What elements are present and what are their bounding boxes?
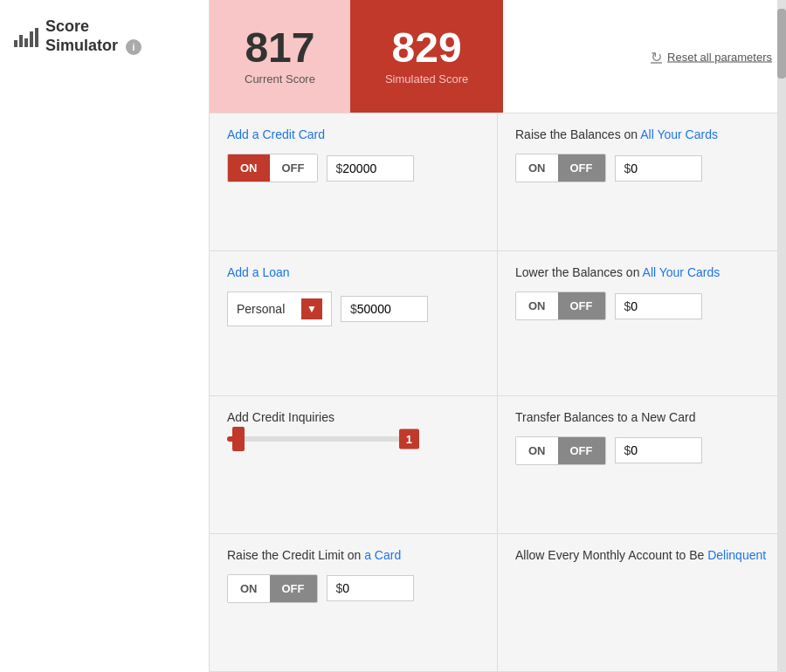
- title-line2: Simulator: [45, 37, 118, 54]
- dollar-input-raise-balances: $: [615, 155, 702, 182]
- option-title-raise-balances: Raise the Balances on All Your Cards: [515, 127, 769, 141]
- option-controls-lower-balances: ON OFF $: [515, 291, 769, 320]
- toggle-off-lower-balances[interactable]: OFF: [558, 292, 605, 319]
- option-title-lower-balances: Lower the Balances on All Your Cards: [515, 265, 769, 279]
- current-score-number: 817: [245, 27, 314, 69]
- dollar-input-transfer-balances: $: [615, 437, 702, 463]
- toggle-on-raise-credit-limit[interactable]: ON: [228, 575, 270, 602]
- toggle-off-transfer-balances[interactable]: OFF: [558, 437, 605, 464]
- dropdown-arrow-icon: ▼: [301, 298, 322, 319]
- info-icon[interactable]: i: [126, 39, 141, 55]
- simulated-score-label: Simulated Score: [385, 72, 468, 86]
- option-title-add-credit-card: Add a Credit Card: [227, 127, 479, 141]
- toggle-group-add-credit-card: ON OFF: [227, 154, 318, 182]
- option-add-credit-inquiries: Add Credit Inquiries 1: [210, 396, 498, 534]
- toggle-off-raise-credit-limit[interactable]: OFF: [270, 575, 317, 602]
- option-controls-raise-credit-limit: ON OFF $: [227, 574, 479, 603]
- reset-label: Reset all parameters: [667, 50, 772, 63]
- dollar-input-raise-credit-limit: $: [327, 575, 414, 601]
- toggle-on-raise-balances[interactable]: ON: [516, 154, 558, 182]
- option-title-add-loan: Add a Loan: [227, 265, 479, 279]
- scrollbar[interactable]: [777, 0, 786, 672]
- option-title-allow-delinquent: Allow Every Monthly Account to Be Delinq…: [515, 548, 769, 562]
- toggle-group-raise-credit-limit: ON OFF: [227, 574, 318, 603]
- loan-type-label: Personal: [237, 302, 296, 316]
- dollar-field-add-credit-card[interactable]: [342, 161, 403, 175]
- simulated-score-number: 829: [392, 27, 462, 69]
- option-add-credit-card: Add a Credit Card ON OFF $: [210, 113, 498, 251]
- options-grid: Add a Credit Card ON OFF $ Raise the B: [210, 113, 786, 672]
- dollar-field-lower-balances[interactable]: [631, 299, 692, 313]
- reset-icon: ↻: [651, 48, 662, 65]
- option-raise-balances: Raise the Balances on All Your Cards ON …: [498, 113, 786, 251]
- option-allow-delinquent: Allow Every Monthly Account to Be Delinq…: [498, 534, 786, 672]
- option-title-raise-credit-limit: Raise the Credit Limit on a Card: [227, 548, 479, 562]
- dollar-field-transfer-balances[interactable]: [631, 443, 692, 457]
- scroll-thumb[interactable]: [777, 9, 786, 79]
- option-controls-transfer-balances: ON OFF $: [515, 436, 769, 465]
- current-score-box: 817 Current Score: [210, 0, 350, 113]
- toggle-on-lower-balances[interactable]: ON: [516, 292, 558, 319]
- dollar-input-lower-balances: $: [615, 293, 702, 319]
- main-container: Score Simulator i 817 Current Score 829 …: [0, 0, 786, 672]
- option-add-loan: Add a Loan Personal ▼ $: [210, 251, 498, 395]
- credit-inquiries-slider[interactable]: 1: [227, 436, 419, 442]
- option-controls-add-credit-inquiries: 1: [227, 436, 479, 442]
- option-lower-balances: Lower the Balances on All Your Cards ON …: [498, 251, 786, 395]
- dollar-field-raise-credit-limit[interactable]: [342, 581, 403, 595]
- bar-chart-icon: [14, 26, 38, 47]
- option-title-add-credit-inquiries: Add Credit Inquiries: [227, 410, 479, 424]
- content-area: 817 Current Score 829 Simulated Score ↻ …: [210, 0, 786, 672]
- loan-type-dropdown[interactable]: Personal ▼: [227, 291, 332, 326]
- toggle-group-lower-balances: ON OFF: [515, 291, 606, 320]
- option-title-transfer-balances: Transfer Balances to a New Card: [515, 410, 769, 424]
- sidebar: Score Simulator i: [0, 0, 210, 672]
- option-raise-credit-limit: Raise the Credit Limit on a Card ON OFF …: [210, 534, 498, 672]
- slider-value-badge: 1: [399, 429, 419, 449]
- toggle-off-add-credit-card[interactable]: OFF: [270, 154, 317, 182]
- reset-parameters-button[interactable]: ↻ Reset all parameters: [651, 48, 772, 65]
- toggle-group-raise-balances: ON OFF: [515, 154, 606, 182]
- toggle-on-transfer-balances[interactable]: ON: [516, 437, 558, 464]
- current-score-label: Current Score: [245, 72, 315, 86]
- dollar-input-add-loan: $: [341, 296, 428, 322]
- option-controls-raise-balances: ON OFF $: [515, 154, 769, 182]
- option-controls-add-loan: Personal ▼ $: [227, 291, 479, 326]
- title-line1: Score: [45, 17, 89, 35]
- simulated-score-box: 829 Simulated Score: [350, 0, 503, 113]
- toggle-off-raise-balances[interactable]: OFF: [558, 154, 605, 182]
- sidebar-logo: Score Simulator i: [14, 17, 195, 55]
- sidebar-title: Score Simulator i: [45, 17, 141, 55]
- toggle-on-add-credit-card[interactable]: ON: [228, 154, 270, 182]
- option-controls-add-credit-card: ON OFF $: [227, 154, 479, 182]
- toggle-group-transfer-balances: ON OFF: [515, 436, 606, 465]
- slider-thumb[interactable]: [232, 427, 245, 451]
- dollar-field-raise-balances[interactable]: [631, 161, 692, 175]
- dollar-field-add-loan[interactable]: [357, 302, 418, 316]
- score-header: 817 Current Score 829 Simulated Score ↻ …: [210, 0, 786, 113]
- slider-track: [227, 436, 419, 442]
- option-transfer-balances: Transfer Balances to a New Card ON OFF $: [498, 396, 786, 534]
- dollar-input-add-credit-card: $: [327, 155, 414, 182]
